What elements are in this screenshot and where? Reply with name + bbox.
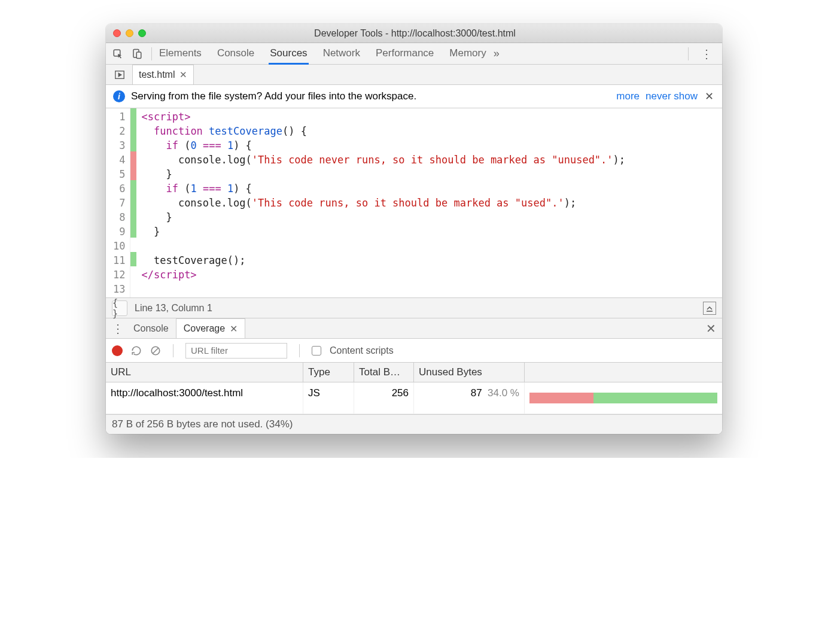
file-tabs-bar: test.html ✕ (106, 65, 722, 85)
col-bar (525, 363, 722, 382)
main-toolbar: ElementsConsoleSourcesNetworkPerformance… (106, 43, 722, 65)
banner-close-button[interactable]: ✕ (704, 90, 715, 103)
cell-unused: 87 34.0 % (414, 382, 525, 414)
content-scripts-checkbox[interactable] (312, 346, 321, 356)
panel-tab-sources[interactable]: Sources (269, 43, 308, 65)
reload-button[interactable] (131, 345, 142, 356)
drawer-tab-console[interactable]: Console (126, 318, 176, 338)
col-unused[interactable]: Unused Bytes (414, 363, 525, 382)
record-button[interactable] (112, 345, 123, 356)
workspace-banner: i Serving from the file system? Add your… (106, 85, 722, 108)
close-tab-button[interactable]: ✕ (179, 69, 187, 80)
banner-text: Serving from the file system? Add your f… (131, 90, 416, 102)
cell-bar (525, 382, 722, 414)
drawer-menu-button[interactable]: ⋮ (109, 318, 126, 338)
drawer-tab-coverage[interactable]: Coverage ✕ (176, 318, 245, 338)
devtools-window: Developer Tools - http://localhost:3000/… (106, 24, 722, 434)
cell-url: http://localhost:3000/test.html (106, 382, 303, 414)
panel-tab-performance[interactable]: Performance (375, 43, 435, 65)
coverage-gutter (130, 108, 136, 297)
file-tab-test-html[interactable]: test.html ✕ (132, 65, 194, 84)
separator (173, 344, 173, 357)
titlebar: Developer Tools - http://localhost:3000/… (106, 24, 722, 43)
coverage-toolbar: Content scripts (106, 339, 722, 363)
col-url[interactable]: URL (106, 363, 303, 382)
separator (688, 47, 689, 60)
url-filter-input[interactable] (185, 343, 287, 359)
coverage-footer: 87 B of 256 B bytes are not used. (34%) (106, 414, 722, 434)
coverage-table: URL Type Total B… Unused Bytes http://lo… (106, 363, 722, 414)
close-drawer-button[interactable]: ✕ (706, 321, 716, 336)
line-number-gutter: 12345678910111213 (106, 108, 130, 297)
cell-type: JS (303, 382, 354, 414)
panel-tab-network[interactable]: Network (322, 43, 361, 65)
show-drawer-button[interactable] (703, 302, 716, 315)
svg-rect-2 (136, 52, 141, 59)
source-editor[interactable]: 12345678910111213 <script> function test… (106, 108, 722, 298)
table-header: URL Type Total B… Unused Bytes (106, 363, 722, 382)
separator (299, 344, 300, 357)
show-navigator-button[interactable] (109, 65, 130, 84)
drawer-tabs: ⋮ Console Coverage ✕ ✕ (106, 318, 722, 339)
footer-text: 87 B of 256 B bytes are not used. (34%) (112, 418, 293, 430)
separator (151, 47, 152, 60)
banner-never-link[interactable]: never show (646, 90, 698, 102)
editor-statusbar: { } Line 13, Column 1 (106, 298, 722, 318)
banner-more-link[interactable]: more (616, 90, 640, 102)
device-toolbar-button[interactable] (129, 46, 145, 62)
pretty-print-button[interactable]: { } (112, 300, 127, 316)
code-body[interactable]: <script> function testCoverage() { if (0… (136, 108, 630, 297)
panel-tabs: ElementsConsoleSourcesNetworkPerformance… (158, 43, 488, 65)
panel-tab-memory[interactable]: Memory (448, 43, 487, 65)
file-tab-label: test.html (139, 69, 175, 80)
table-row[interactable]: http://localhost:3000/test.htmlJS25687 3… (106, 382, 722, 414)
cursor-position: Line 13, Column 1 (135, 303, 212, 314)
content-scripts-label: Content scripts (330, 345, 394, 356)
close-drawer-tab-button[interactable]: ✕ (230, 323, 238, 335)
panel-tab-elements[interactable]: Elements (158, 43, 203, 65)
more-tabs-button[interactable]: » (490, 47, 503, 60)
col-type[interactable]: Type (303, 363, 354, 382)
inspect-element-button[interactable] (109, 46, 126, 62)
panel-tab-console[interactable]: Console (216, 43, 255, 65)
info-icon: i (113, 90, 125, 102)
settings-menu-button[interactable]: ⋮ (695, 47, 719, 61)
clear-button[interactable] (150, 345, 161, 356)
window-title: Developer Tools - http://localhost:3000/… (115, 28, 715, 39)
cell-total: 256 (354, 382, 414, 414)
col-total[interactable]: Total B… (354, 363, 414, 382)
